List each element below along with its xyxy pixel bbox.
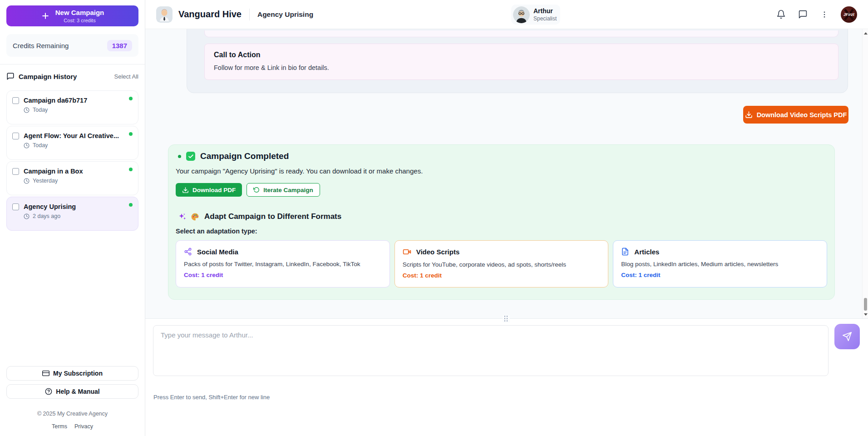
clock-icon — [24, 143, 30, 149]
adaptation-card-video-scripts[interactable]: Video Scripts Scripts for YouTube, corpo… — [395, 240, 609, 287]
credits-label: Credits Remaining — [13, 42, 69, 50]
adaptation-cost: Cost: 1 credit — [403, 272, 601, 279]
composer-hint: Press Enter to send, Shift+Enter for new… — [153, 394, 270, 401]
brand-avatar — [156, 6, 173, 23]
campaign-list-item[interactable]: Campaign in a Box Yesterday — [6, 161, 138, 195]
chat-scroll-area[interactable]: Call to Action Follow for more & Link in… — [145, 29, 868, 318]
campaign-checkbox[interactable] — [12, 97, 19, 104]
download-pdf-button[interactable]: Download PDF — [176, 183, 242, 197]
scrollbar-thumb[interactable] — [864, 298, 867, 311]
campaign-title: Agency Uprising — [24, 203, 76, 210]
call-to-action-card: Call to Action Follow for more & Link in… — [204, 44, 838, 80]
cta-card-body: Follow for more & Link in bio for detail… — [214, 64, 829, 71]
vertical-scrollbar[interactable] — [862, 29, 868, 318]
adaptation-cards: Social Media Packs of posts for Twitter,… — [176, 240, 827, 287]
paper-plane-icon — [842, 332, 852, 342]
sidebar-divider — [0, 64, 145, 64]
download-icon — [745, 111, 753, 119]
scroll-up-arrow[interactable] — [863, 30, 868, 36]
adaptation-desc: Scripts for YouTube, corporate videos, a… — [403, 261, 601, 268]
campaign-checkbox[interactable] — [12, 133, 19, 139]
chat-bubble-icon — [6, 72, 15, 80]
bell-icon — [776, 10, 786, 19]
adaptation-card-articles[interactable]: Articles Blog posts, LinkedIn articles, … — [613, 240, 827, 287]
copyright-text: © 2025 My Creative Agency — [6, 411, 138, 417]
sidebar: New Campaign Cost: 3 credits Credits Rem… — [0, 0, 145, 436]
select-all-link[interactable]: Select All — [114, 73, 138, 80]
my-subscription-button[interactable]: My Subscription — [6, 366, 138, 381]
message-input[interactable] — [153, 325, 829, 376]
scroll-down-arrow[interactable] — [863, 311, 868, 317]
share-icon — [184, 248, 192, 256]
resize-drag-handle[interactable] — [503, 315, 510, 322]
clock-icon — [24, 178, 30, 184]
adaptation-card-social-media[interactable]: Social Media Packs of posts for Twitter,… — [176, 240, 390, 287]
campaign-checkbox[interactable] — [12, 203, 19, 210]
plus-icon — [41, 11, 50, 20]
completed-actions: Download PDF Iterate Campaign — [176, 183, 827, 197]
check-icon — [188, 154, 194, 159]
completed-title: Campaign Completed — [200, 151, 289, 161]
help-manual-button[interactable]: Help & Manual — [6, 384, 138, 399]
new-campaign-button[interactable]: New Campaign Cost: 3 credits — [6, 5, 138, 26]
campaign-date: Today — [33, 142, 48, 149]
green-status-dot — [178, 155, 181, 158]
iterate-campaign-button[interactable]: Iterate Campaign — [247, 183, 320, 197]
download-icon — [182, 187, 189, 193]
campaign-title: Agent Flow: Your AI Creative... — [24, 132, 119, 139]
campaign-list-item[interactable]: Agent Flow: Your AI Creative... Today — [6, 126, 138, 160]
more-options-button[interactable] — [819, 9, 830, 20]
account-logo[interactable]: JFirzt — [841, 6, 857, 23]
agent-name: Arthur — [533, 7, 557, 15]
credit-card-icon — [42, 370, 49, 377]
campaign-list-item-selected[interactable]: Agency Uprising 2 days ago — [6, 197, 138, 231]
adaptation-desc: Blog posts, LinkedIn articles, Medium ar… — [621, 261, 819, 268]
terms-link[interactable]: Terms — [52, 423, 67, 430]
help-circle-icon — [45, 388, 52, 395]
agent-chip[interactable]: Arthur Specialist — [511, 5, 560, 25]
campaign-list: Campaign da67b717 Today Agent Flow: Your… — [6, 90, 138, 231]
previous-card-edge — [204, 30, 838, 37]
campaign-title: Campaign da67b717 — [24, 97, 87, 104]
completed-checkbox[interactable] — [186, 152, 195, 161]
iterate-campaign-label: Iterate Campaign — [263, 187, 313, 193]
video-camera-icon — [403, 248, 411, 256]
completed-body: Your campaign "Agency Uprising" is ready… — [176, 167, 827, 175]
status-dot — [129, 203, 133, 207]
credits-remaining-card: Credits Remaining 1387 — [6, 34, 138, 57]
app-window: New Campaign Cost: 3 credits Credits Rem… — [0, 0, 868, 436]
rotate-ccw-icon — [253, 187, 260, 193]
status-dot — [129, 168, 133, 171]
legal-links: Terms Privacy — [6, 423, 138, 430]
campaign-checkbox[interactable] — [12, 168, 19, 175]
adapt-subtitle: Select an adaptation type: — [176, 228, 827, 235]
chat-bubble-icon — [798, 10, 808, 19]
adapt-heading: Adapt Campaign to Different Formats — [176, 212, 827, 221]
adaptation-title: Articles — [634, 248, 659, 256]
campaign-date: Yesterday — [33, 178, 58, 184]
assistant-message-bubble: Call to Action Follow for more & Link in… — [187, 29, 848, 93]
top-icon-group: JFirzt — [775, 6, 857, 23]
campaign-date: Today — [33, 107, 48, 113]
sparkles-icon — [178, 213, 187, 221]
current-campaign-title: Agency Uprising — [257, 10, 313, 19]
adaptation-cost: Cost: 1 credit — [184, 272, 382, 278]
adaptation-title: Social Media — [197, 248, 238, 256]
kebab-menu-icon — [820, 10, 829, 19]
download-video-scripts-button[interactable]: Download Video Scripts PDF — [743, 106, 848, 124]
brand-name: Vanguard Hive — [178, 9, 242, 20]
messages-button[interactable] — [797, 9, 808, 20]
my-subscription-label: My Subscription — [53, 370, 103, 377]
campaign-list-item[interactable]: Campaign da67b717 Today — [6, 90, 138, 124]
article-file-icon — [621, 248, 629, 256]
help-manual-label: Help & Manual — [56, 388, 99, 395]
send-button[interactable] — [834, 324, 860, 349]
clock-icon — [24, 107, 30, 113]
sidebar-footer: My Subscription Help & Manual © 2025 My … — [6, 362, 138, 430]
completed-header: Campaign Completed — [176, 151, 827, 161]
privacy-link[interactable]: Privacy — [74, 423, 93, 430]
credits-value-badge: 1387 — [107, 40, 132, 51]
adaptation-title: Video Scripts — [416, 248, 460, 256]
new-campaign-label: New Campaign — [55, 9, 104, 16]
notifications-button[interactable] — [775, 9, 786, 20]
